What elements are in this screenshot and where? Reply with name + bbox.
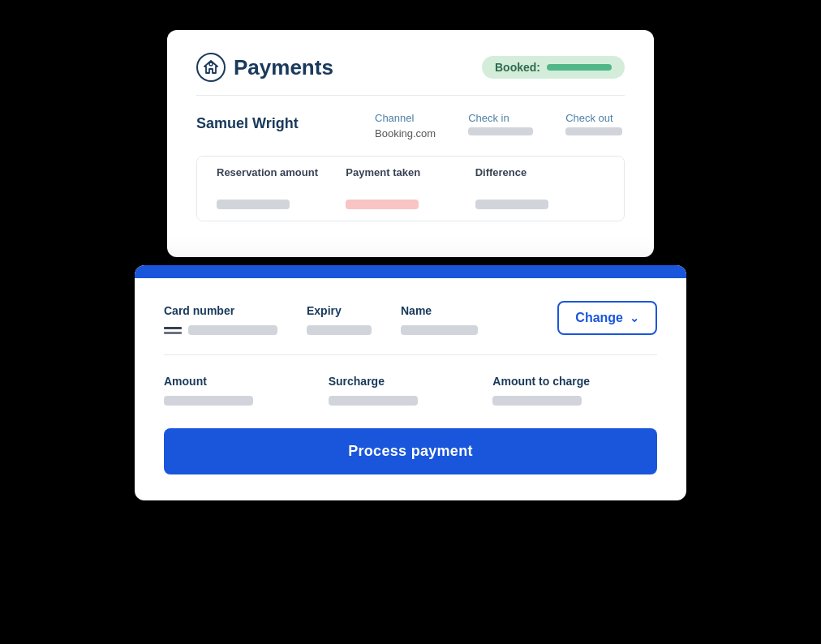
expiry-bar	[307, 325, 372, 335]
process-payment-button[interactable]: Process payment	[164, 428, 657, 474]
summary-data-row	[197, 188, 624, 221]
amount-label: Amount	[164, 375, 329, 388]
change-button[interactable]: Change ⌄	[557, 301, 657, 335]
booked-badge: Booked:	[482, 56, 625, 79]
card-number-group: Card number	[164, 304, 277, 335]
amount-group: Amount	[164, 375, 329, 406]
svg-point-0	[209, 62, 213, 66]
amount-row: Amount Surcharge Amount to charge	[164, 375, 657, 406]
card-number-bar	[188, 325, 277, 335]
chevron-down-icon: ⌄	[630, 311, 639, 324]
form-body: Card number Expiry Name	[135, 278, 686, 500]
reservation-value	[217, 200, 290, 209]
booked-label: Booked:	[495, 61, 540, 74]
process-payment-label: Process payment	[348, 443, 473, 459]
card-icon	[164, 327, 182, 334]
page-title: Payments	[234, 55, 333, 80]
name-group: Name	[401, 304, 478, 335]
payment-form-card: Card number Expiry Name	[135, 265, 686, 500]
col-payment: Payment taken	[346, 166, 475, 178]
surcharge-label: Surcharge	[329, 375, 493, 388]
surcharge-bar	[329, 396, 418, 406]
header-left: Payments	[196, 53, 333, 82]
amount-to-charge-group: Amount to charge	[492, 375, 657, 406]
checkout-label: Check out	[565, 112, 622, 124]
payment-value	[346, 200, 419, 209]
guest-info: Samuel Wright Channel Booking.com Check …	[196, 112, 625, 140]
card-fields-row: Card number Expiry Name	[164, 301, 657, 355]
amount-to-charge-label: Amount to charge	[492, 375, 657, 388]
guest-details: Channel Booking.com Check in Check out	[375, 112, 625, 140]
payments-header: Payments Booked:	[196, 53, 625, 96]
difference-value	[475, 200, 548, 209]
name-label: Name	[401, 304, 478, 317]
top-bar	[135, 265, 686, 278]
card-number-value-row	[164, 325, 277, 335]
summary-table: Reservation amount Payment taken Differe…	[196, 156, 625, 221]
guest-name: Samuel Wright	[196, 112, 375, 132]
summary-header: Reservation amount Payment taken Differe…	[197, 157, 624, 188]
amount-to-charge-bar	[492, 396, 582, 406]
name-bar	[401, 325, 478, 335]
card-number-label: Card number	[164, 304, 277, 317]
checkin-col: Check in	[468, 112, 533, 140]
checkin-bar	[468, 127, 533, 135]
logo-icon	[196, 53, 226, 82]
scene: Payments Booked: Samuel Wright Channel B…	[135, 30, 686, 614]
expiry-label: Expiry	[307, 304, 372, 317]
amount-bar	[164, 396, 253, 406]
checkout-bar	[565, 127, 622, 135]
change-button-label: Change	[575, 311, 623, 325]
channel-label: Channel	[375, 112, 436, 124]
expiry-group: Expiry	[307, 304, 372, 335]
surcharge-group: Surcharge	[329, 375, 493, 406]
payments-card: Payments Booked: Samuel Wright Channel B…	[167, 30, 654, 257]
col-difference: Difference	[475, 166, 604, 178]
checkout-col: Check out	[565, 112, 622, 140]
channel-col: Channel Booking.com	[375, 112, 436, 140]
channel-value: Booking.com	[375, 127, 436, 140]
checkin-label: Check in	[468, 112, 533, 124]
col-reservation: Reservation amount	[217, 166, 346, 178]
booked-bar	[547, 64, 612, 71]
